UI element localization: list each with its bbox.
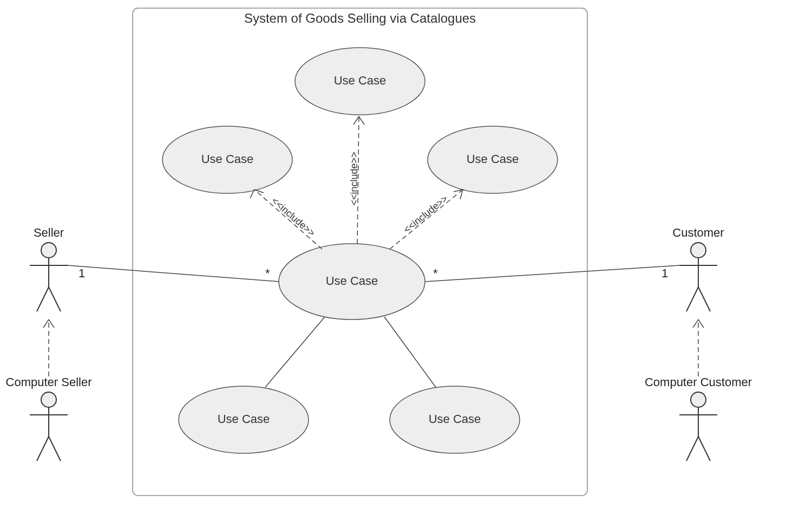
svg-line-13 bbox=[686, 287, 698, 311]
include-label-top: <<include>> bbox=[349, 152, 359, 205]
svg-point-15 bbox=[691, 392, 706, 407]
usecase-bottom-right-label: Use Case bbox=[429, 412, 481, 426]
usecase-center-label: Use Case bbox=[326, 274, 378, 288]
assoc-center-bottomleft bbox=[265, 317, 325, 387]
actor-customer-label: Customer bbox=[672, 226, 724, 239]
include-label-left: <<include>> bbox=[270, 195, 317, 238]
svg-line-3 bbox=[37, 287, 49, 311]
svg-line-4 bbox=[49, 287, 61, 311]
use-case-diagram: System of Goods Selling via Catalogues U… bbox=[0, 0, 812, 521]
svg-line-14 bbox=[698, 287, 710, 311]
mult-seller-1: 1 bbox=[78, 266, 85, 280]
actor-seller-label: Seller bbox=[34, 226, 64, 239]
usecase-top-label: Use Case bbox=[334, 74, 387, 87]
assoc-seller-center bbox=[68, 265, 279, 282]
svg-line-18 bbox=[686, 437, 698, 461]
actor-seller: Seller bbox=[30, 226, 68, 311]
mult-customer-star: * bbox=[433, 266, 438, 280]
assoc-customer-center bbox=[425, 265, 679, 282]
assoc-center-bottomright bbox=[384, 317, 436, 387]
svg-point-10 bbox=[691, 243, 706, 258]
svg-line-9 bbox=[49, 437, 61, 461]
mult-seller-star: * bbox=[265, 266, 270, 280]
include-label-right: <<include>> bbox=[401, 193, 450, 235]
actor-computer-customer-label: Computer Customer bbox=[645, 375, 752, 389]
usecase-top-left-label: Use Case bbox=[201, 152, 254, 166]
svg-line-8 bbox=[37, 437, 49, 461]
mult-customer-1: 1 bbox=[662, 266, 668, 280]
svg-line-19 bbox=[698, 437, 710, 461]
svg-point-5 bbox=[41, 392, 56, 407]
actor-computer-customer: Computer Customer bbox=[645, 375, 752, 461]
usecase-top-right-label: Use Case bbox=[467, 152, 519, 166]
svg-point-0 bbox=[41, 243, 56, 258]
actor-customer: Customer bbox=[672, 226, 724, 311]
actor-computer-seller: Computer Seller bbox=[6, 375, 92, 461]
actor-computer-seller-label: Computer Seller bbox=[6, 375, 92, 389]
usecase-bottom-left-label: Use Case bbox=[218, 412, 270, 426]
system-title: System of Goods Selling via Catalogues bbox=[244, 11, 476, 25]
